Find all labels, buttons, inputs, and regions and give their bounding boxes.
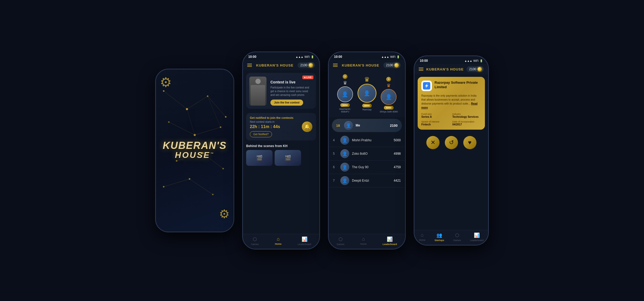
svg-line-9 <box>187 109 195 135</box>
avatar-placeholder-2: 👤 <box>338 87 352 102</box>
date-value: 04/2017 <box>452 123 481 126</box>
me-avatar: 👤 <box>344 121 353 130</box>
lb-avatar-7: 👤 <box>340 176 349 185</box>
podium-2nd: 2 ♛ 👤 5050 MaxHarsh-658oPJ <box>336 74 354 113</box>
st-status-time: 10:00 <box>420 59 428 63</box>
avatar-placeholder-1: 👤 <box>358 84 376 102</box>
nav-item-games[interactable]: ⬡ Games <box>251 236 259 246</box>
home-icon: ⌂ <box>277 236 280 242</box>
crown-3rd: ♛ <box>387 83 391 88</box>
notify-section: Get notified to join the contests Next c… <box>246 113 316 140</box>
fund-size-row: Fund size Series A <box>421 113 450 118</box>
hamburger-menu[interactable] <box>247 64 252 67</box>
st-leaderboard-icon: 📊 <box>474 232 480 238</box>
status-bar: 10:00 ▲▲▲ WiFi 🔋 <box>243 52 319 60</box>
svg-point-21 <box>222 168 224 170</box>
scene-thumb-1[interactable]: 🎬 <box>246 150 273 166</box>
svg-line-0 <box>164 91 187 109</box>
st-nav-item-home[interactable]: ⌂ Home <box>419 232 425 242</box>
join-contest-button[interactable]: Join the live contest <box>270 100 303 106</box>
lb-bottom-nav: ⬡ Games ⌂ Home 📊 Leaderboard <box>329 234 405 249</box>
lb-nav-item-leaderboard[interactable]: 📊 Leaderboard <box>383 236 397 246</box>
nav-item-leaderboard[interactable]: 📊 Leaderboard <box>298 236 311 246</box>
scene-thumb-2[interactable]: 🎬 <box>275 150 301 166</box>
contest-description: Participate in the live contest and get … <box>270 86 313 97</box>
svg-point-23 <box>189 178 190 180</box>
bell-icon: 🔔 <box>302 121 312 132</box>
st-nav-item-startups[interactable]: 👥 Startups <box>435 232 444 242</box>
nav-item-home[interactable]: ⌂ Home <box>275 236 282 246</box>
home-label: Home <box>275 243 282 245</box>
st-nav-item-games[interactable]: ⬡ Games <box>453 232 461 242</box>
st-signal-icon: ▲▲▲ <box>464 59 472 62</box>
fund-size-value: Series A <box>421 115 450 118</box>
lb-app-header: KUBERAN'S HOUSE 2100 <box>329 60 405 70</box>
score-1st: 6000 <box>362 104 372 107</box>
lb-name-6: The Guy 90 <box>352 165 391 169</box>
lb-avatar-5: 👤 <box>340 149 349 158</box>
st-status-icons: ▲▲▲ WiFi 🔋 <box>464 59 483 62</box>
lb-signal-icon: ▲▲▲ <box>381 55 389 58</box>
svg-line-10 <box>208 96 221 127</box>
avatar-1st: 👤 <box>357 84 376 103</box>
st-status-bar: 10:00 ▲▲▲ WiFi 🔋 <box>414 56 488 64</box>
sector-label: Sector of interest <box>421 120 450 123</box>
lb-avatar-4: 👤 <box>340 136 349 145</box>
lb-nav-item-games[interactable]: ⬡ Games <box>337 236 344 246</box>
phone-startups: 10:00 ▲▲▲ WiFi 🔋 KUBERAN'S HOUSE 2100 <box>414 55 489 246</box>
svg-point-14 <box>207 95 208 97</box>
st-header-title: KUBERAN'S HOUSE <box>426 67 464 71</box>
st-hamburger-menu[interactable] <box>419 68 423 71</box>
lb-name-4: Mishri Prabhu <box>352 138 391 142</box>
coin-amount: 2100 <box>300 63 307 67</box>
startups-screen: KUBERAN'S HOUSE 2100 Razorpay Software P… <box>414 64 488 245</box>
leaderboard-screen: KUBERAN'S HOUSE 2100 2 ♛ 👤 5050 MaxHarsh… <box>329 60 405 249</box>
lb-nav-item-home[interactable]: ⌂ Home <box>360 236 367 246</box>
live-dot <box>304 77 306 78</box>
st-coin-icon <box>478 67 482 71</box>
st-leaderboard-label: Leaderboard <box>470 239 484 242</box>
replay-button[interactable]: ↺ <box>445 136 458 149</box>
podium-1st: ♛ 👤 6000 RamSay <box>357 76 376 111</box>
st-home-icon: ⌂ <box>421 232 424 238</box>
startup-card: Razorpay Software Private Limited Razorp… <box>418 77 485 130</box>
me-row: 18 👤 Me 2100 <box>332 119 402 132</box>
lb-android-nav: ▪ <box>329 249 405 250</box>
coin-icon <box>309 63 313 67</box>
industry-value: Technology Services <box>452 115 481 118</box>
table-row: 6 👤 The Guy 90 4759 <box>329 161 405 174</box>
svg-point-12 <box>163 90 164 92</box>
svg-point-16 <box>168 121 170 123</box>
leaderboard-icon: 📊 <box>302 236 307 242</box>
startup-details: Fund size Series A Industry Technology S… <box>421 113 481 126</box>
contest-person-image <box>249 76 268 106</box>
status-icons: ▲▲▲ WiFi 🔋 <box>295 55 314 58</box>
svg-line-1 <box>187 96 208 109</box>
industry-label: Industry <box>452 113 481 115</box>
home-screen: KUBERAN'S HOUSE 2100 LIVE Contest is liv… <box>243 60 319 249</box>
lb-wifi-icon: WiFi <box>390 55 395 58</box>
lb-games-label: Games <box>337 243 344 246</box>
st-games-icon: ⬡ <box>455 232 459 238</box>
reject-button[interactable]: ✕ <box>426 136 440 149</box>
st-nav-item-leaderboard[interactable]: 📊 Leaderboard <box>470 232 484 242</box>
st-app-header: KUBERAN'S HOUSE 2100 <box>414 64 488 74</box>
notify-subtitle: Next contest starts in <box>250 120 302 123</box>
coin-badge: 2100 <box>298 62 315 68</box>
lb-status-icons: ▲▲▲ WiFi 🔋 <box>381 55 400 58</box>
date-row: Date of incorporation 04/2017 <box>452 120 481 126</box>
action-buttons: ✕ ↺ ♥ <box>414 132 488 153</box>
live-badge: LIVE <box>302 76 313 79</box>
get-notified-button[interactable]: Get Notified? <box>250 131 272 137</box>
scene-image-2: 🎬 <box>275 150 301 166</box>
lb-rank-4: 4 <box>333 138 338 142</box>
name-1st: RamSay <box>362 108 372 111</box>
phone-leaderboard: 10:00 ▲▲▲ WiFi 🔋 KUBERAN'S HOUSE 2100 2 … <box>328 51 406 250</box>
logo-line1: KUBERAN'S <box>163 141 227 150</box>
lb-coin-amount: 2100 <box>386 63 393 67</box>
lb-hamburger-menu[interactable] <box>333 64 338 67</box>
st-battery-icon: 🔋 <box>480 59 483 62</box>
lb-rank-7: 7 <box>333 179 338 182</box>
like-button[interactable]: ♥ <box>463 136 476 149</box>
svg-line-2 <box>208 96 226 117</box>
